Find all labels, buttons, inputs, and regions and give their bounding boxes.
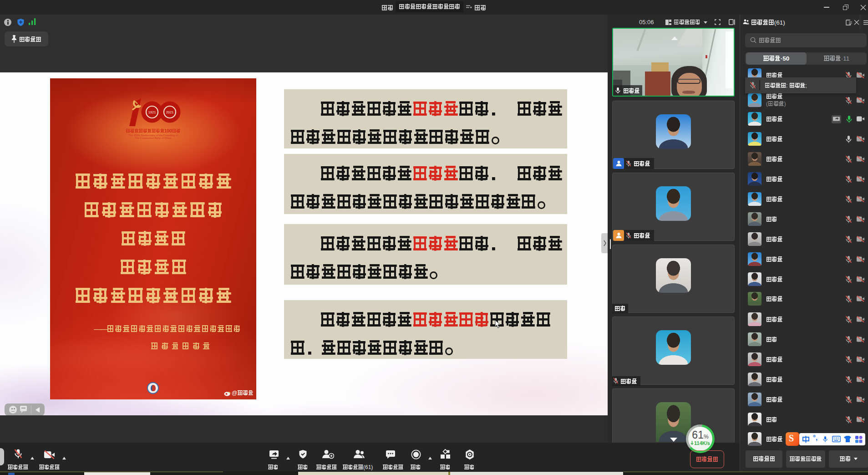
- svg-text:1921: 1921: [148, 110, 156, 114]
- svg-text:2021: 2021: [166, 110, 174, 114]
